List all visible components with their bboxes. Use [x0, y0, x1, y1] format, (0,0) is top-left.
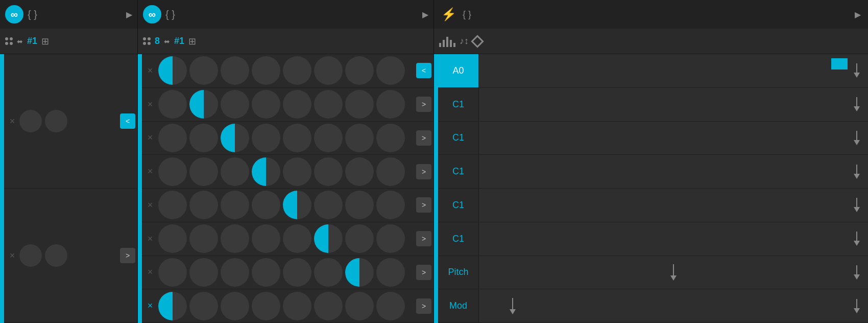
grid-circle[interactable] [345, 191, 374, 219]
lane-track-a0[interactable] [479, 54, 868, 87]
length-number[interactable]: 8 [155, 36, 160, 47]
grid-circle[interactable] [314, 90, 343, 119]
grid-circle[interactable] [283, 292, 311, 320]
row-remove-icon[interactable]: × [144, 99, 156, 110]
expand-icon-2[interactable]: ⊞ [188, 36, 196, 47]
grid-circle[interactable] [221, 124, 249, 152]
grid-circle[interactable] [189, 124, 218, 152]
grid-circle[interactable] [221, 90, 249, 119]
row-remove-icon[interactable]: × [144, 65, 156, 76]
grid-circle[interactable] [283, 191, 311, 219]
play-button-3[interactable]: ▶ [855, 10, 861, 19]
grid-circle[interactable] [252, 258, 280, 287]
lane-track-c1-5[interactable] [479, 222, 868, 256]
row-remove-icon[interactable]: × [144, 166, 156, 177]
grid-circle[interactable] [158, 124, 187, 152]
grid-circle[interactable] [376, 157, 405, 186]
grid-circle[interactable] [189, 157, 218, 186]
grid-circle[interactable] [189, 292, 218, 320]
grid-circle[interactable] [158, 157, 187, 186]
slider-c1-5[interactable] [854, 232, 860, 246]
grid-circle[interactable] [189, 56, 218, 85]
grid-circle[interactable] [376, 224, 405, 253]
grid-circle[interactable] [252, 56, 280, 85]
grid-circle[interactable] [252, 124, 280, 152]
lane-track-c1-4[interactable] [479, 189, 868, 222]
grid-circle[interactable] [189, 191, 218, 219]
grid-circle[interactable] [283, 56, 311, 85]
mod-slider[interactable] [510, 298, 516, 314]
grid-circle[interactable] [252, 191, 280, 219]
dots-icon-2[interactable] [143, 37, 151, 45]
grid-circle[interactable] [221, 258, 249, 287]
slider-mod-right[interactable] [854, 299, 860, 313]
grid-circle[interactable] [252, 292, 280, 320]
grid-circle[interactable] [376, 258, 405, 287]
grid-circle[interactable] [376, 124, 405, 152]
slider-c1-4[interactable] [854, 198, 860, 212]
grid-circle[interactable] [283, 224, 311, 253]
grid-circle[interactable] [314, 292, 343, 320]
grid-circle[interactable] [283, 258, 311, 287]
grid-circle[interactable] [376, 292, 405, 320]
snake-icon-2[interactable]: ∞ [143, 5, 161, 24]
grid-circle[interactable] [45, 110, 67, 132]
diamond-icon[interactable] [471, 35, 484, 48]
slider-c1-1[interactable] [854, 97, 860, 111]
dots-icon-1[interactable] [5, 37, 13, 45]
braces-icon-2[interactable]: { } [165, 9, 175, 20]
grid-circle[interactable] [345, 258, 374, 287]
bars-icon[interactable] [439, 36, 455, 47]
grid-circle[interactable] [376, 56, 405, 85]
grid-circle[interactable] [252, 157, 280, 186]
grid-circle[interactable] [189, 90, 218, 119]
slider-a0[interactable] [854, 63, 860, 78]
row-arrow[interactable]: > [416, 97, 431, 112]
row-remove-icon[interactable]: × [6, 250, 18, 261]
row-arrow[interactable]: > [416, 298, 431, 314]
grid-circle[interactable] [345, 90, 374, 119]
play-button-1[interactable]: ▶ [126, 10, 132, 19]
grid-circle[interactable] [314, 157, 343, 186]
grid-circle[interactable] [221, 224, 249, 253]
note-icon[interactable]: ♪↕ [460, 36, 469, 47]
grid-circle[interactable] [189, 224, 218, 253]
snake-icon-1[interactable]: ∞ [5, 5, 23, 24]
grid-circle[interactable] [345, 224, 374, 253]
grid-circle[interactable] [221, 56, 249, 85]
import-icon-2[interactable]: ⬌ [164, 37, 170, 45]
grid-circle[interactable] [345, 56, 374, 85]
grid-circle[interactable] [45, 244, 67, 267]
lane-track-c1-1[interactable] [479, 88, 868, 121]
grid-circle[interactable] [376, 191, 405, 219]
bolt-icon[interactable]: ⚡ [441, 7, 456, 21]
grid-circle[interactable] [252, 90, 280, 119]
slider-pitch-right[interactable] [854, 265, 860, 280]
grid-circle[interactable] [314, 191, 343, 219]
row-remove-icon[interactable]: × [144, 200, 156, 211]
lane-track-pitch[interactable] [479, 256, 868, 289]
grid-circle[interactable] [314, 258, 343, 287]
row-arrow[interactable]: > [416, 231, 431, 246]
grid-circle[interactable] [283, 157, 311, 186]
row-remove-icon[interactable]: × [144, 132, 156, 143]
row-arrow[interactable]: < [416, 63, 431, 78]
grid-circle[interactable] [345, 124, 374, 152]
grid-circle[interactable] [189, 258, 218, 287]
play-button-2[interactable]: ▶ [422, 10, 428, 19]
row-arrow-right[interactable]: > [120, 248, 135, 263]
grid-circle[interactable] [376, 90, 405, 119]
grid-circle[interactable] [221, 157, 249, 186]
pitch-slider[interactable] [670, 264, 677, 281]
expand-icon-1[interactable]: ⊞ [41, 36, 49, 47]
grid-circle[interactable] [158, 258, 187, 287]
grid-circle[interactable] [221, 191, 249, 219]
grid-circle[interactable] [158, 292, 187, 320]
grid-circle[interactable] [314, 224, 343, 253]
row-remove-icon[interactable]: × [144, 301, 156, 311]
grid-circle[interactable] [283, 124, 311, 152]
row-remove-icon[interactable]: × [6, 116, 18, 127]
grid-circle[interactable] [345, 292, 374, 320]
grid-circle[interactable] [252, 224, 280, 253]
row-arrow[interactable]: > [416, 265, 431, 280]
